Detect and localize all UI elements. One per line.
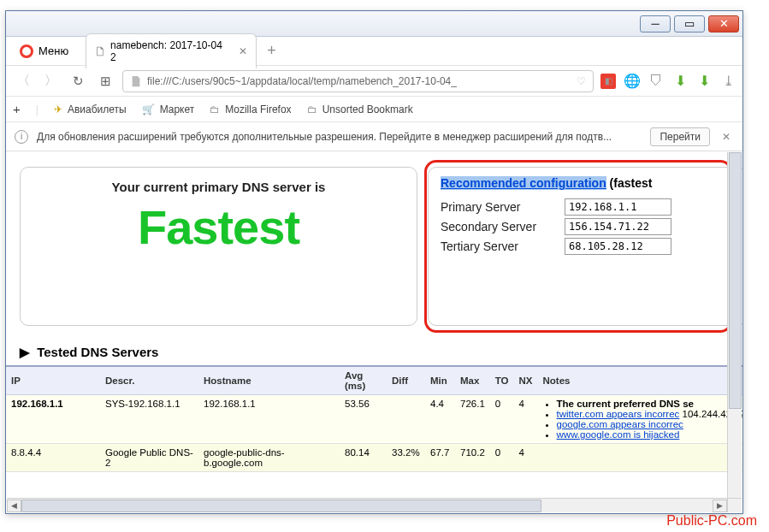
tab-title: namebench: 2017-10-04 2 (110, 39, 230, 63)
notification-go-button[interactable]: Перейти (650, 127, 710, 146)
folder-icon: 🗀 (210, 103, 220, 115)
bookmark-aviabilety[interactable]: ✈ Авиабилеты (54, 103, 127, 115)
cell-ip: 8.8.4.4 (6, 444, 100, 472)
col-to: TO (490, 366, 514, 395)
globe-icon[interactable]: 🌐 (624, 74, 640, 89)
scrollbar-thumb[interactable] (21, 499, 541, 512)
horizontal-scrollbar[interactable]: ◀ ▶ (7, 498, 727, 512)
adblock-icon[interactable]: ◧ (600, 74, 616, 89)
scrollbar-corner (727, 498, 742, 512)
opera-logo-icon (20, 44, 33, 58)
section-title: Tested DNS Servers (37, 345, 158, 359)
page-content: Your current primary DNS server is Faste… (6, 151, 742, 472)
cell-descr: SYS-192.168.1.1 (100, 395, 198, 444)
bookmark-mozilla[interactable]: 🗀 Mozilla Firefox (210, 103, 291, 115)
note-link[interactable]: twitter.com appears incorrec (557, 409, 680, 419)
bookmark-unsorted[interactable]: 🗀 Unsorted Bookmark (307, 103, 413, 115)
scroll-left-arrow[interactable]: ◀ (7, 499, 21, 512)
recommended-title: Recommended configuration (fastest (441, 176, 733, 190)
opera-menu-button[interactable]: Меню (11, 41, 77, 62)
speed-dial-button[interactable]: ⊞ (95, 71, 115, 92)
back-button[interactable]: 〈 (13, 71, 33, 92)
plane-icon: ✈ (54, 103, 62, 115)
notification-bar: i Для обновления расширений требуются до… (6, 122, 742, 151)
extension-icons: ◧ 🌐 ⛉ ⬇ ⬇ ⤓ (600, 74, 736, 89)
bookmark-heart-icon[interactable]: ♡ (577, 75, 586, 87)
file-icon (95, 46, 105, 56)
note-item: www.google.com is hijacked (557, 429, 742, 440)
config-label: Tertiary Server (441, 239, 565, 253)
tab-bar: Меню namebench: 2017-10-04 2 ✕ + (6, 37, 742, 66)
col-min: Min (425, 366, 455, 395)
title-highlighted: Recommended configuration (441, 176, 606, 190)
watermark: Public-PC.com (666, 513, 757, 529)
cell-max: 726.1 (455, 395, 490, 444)
add-bookmark-button[interactable]: + (13, 102, 21, 116)
config-table: Primary Server Secondary Server Tertiary… (441, 198, 733, 255)
address-bar[interactable]: file:///C:/users/90c5~1/appdata/local/te… (122, 70, 594, 92)
close-button[interactable]: ✕ (708, 15, 739, 33)
scroll-right-arrow[interactable]: ▶ (713, 499, 727, 512)
col-hostname: Hostname (198, 366, 340, 395)
status-value: Fastest (29, 199, 408, 255)
config-row-secondary: Secondary Server (441, 218, 733, 235)
cart-icon: 🛒 (142, 103, 155, 115)
download-tray-icon[interactable]: ⤓ (720, 74, 736, 89)
menu-label: Меню (38, 44, 68, 57)
address-bar-row: 〈 〉 ↻ ⊞ file:///C:/users/90c5~1/appdata/… (6, 66, 742, 97)
primary-server-input[interactable] (565, 198, 671, 216)
maximize-button[interactable]: ▭ (674, 15, 705, 33)
note-item: The current preferred DNS se (557, 399, 742, 409)
note-link[interactable]: www.google.com is hijacked (557, 429, 680, 440)
cell-max: 710.2 (455, 444, 490, 472)
note-item: google.com appears incorrec (557, 419, 742, 429)
config-row-tertiary: Tertiary Server (441, 238, 733, 255)
bookmark-label: Маркет (160, 103, 195, 115)
cell-notes: The current preferred DNS se twitter.com… (538, 395, 742, 444)
col-nx: NX (514, 366, 538, 395)
secondary-server-input[interactable] (565, 218, 671, 235)
tertiary-server-input[interactable] (565, 238, 671, 255)
browser-tab[interactable]: namebench: 2017-10-04 2 ✕ (86, 33, 257, 68)
new-tab-button[interactable]: + (262, 42, 281, 60)
notification-close-icon[interactable]: ✕ (719, 131, 734, 143)
col-ip: IP (6, 366, 100, 395)
forward-button[interactable]: 〉 (40, 71, 61, 92)
savefrom-icon[interactable]: ⬇ (696, 74, 712, 89)
cell-min: 4.4 (425, 395, 455, 444)
status-header: Your current primary DNS server is (29, 180, 408, 194)
minimize-button[interactable]: ─ (640, 15, 671, 33)
cell-min: 67.7 (425, 444, 455, 472)
col-descr: Descr. (100, 366, 198, 395)
cell-avg: 53.56 (340, 395, 387, 444)
scrollbar-thumb[interactable] (729, 152, 742, 409)
bookmark-market[interactable]: 🛒 Маркет (142, 103, 195, 115)
vertical-scrollbar[interactable] (727, 152, 742, 498)
cell-hostname: 192.168.1.1 (198, 395, 340, 444)
download-arrow-icon[interactable]: ⬇ (672, 74, 688, 89)
dns-results-table: IP Descr. Hostname Avg (ms) Diff Min Max… (6, 365, 742, 472)
info-icon: i (15, 130, 28, 144)
col-diff: Diff (387, 366, 425, 395)
notification-text: Для обновления расширений требуются допо… (37, 131, 642, 143)
shield-icon[interactable]: ⛉ (648, 74, 664, 89)
cell-avg: 80.14 (340, 444, 387, 472)
note-item: twitter.com appears incorrec 104.244.42.… (557, 409, 742, 419)
table-row: 192.168.1.1 SYS-192.168.1.1 192.168.1.1 … (6, 395, 742, 444)
address-text: file:///C:/users/90c5~1/appdata/local/te… (147, 75, 457, 87)
tested-servers-heading: ▶ Tested DNS Servers (20, 345, 742, 360)
title-tail: (fastest (606, 176, 653, 190)
reload-button[interactable]: ↻ (68, 71, 88, 92)
folder-icon: 🗀 (307, 103, 317, 115)
cell-nx: 4 (514, 444, 538, 472)
config-label: Secondary Server (441, 220, 565, 233)
table-row: 8.8.4.4 Google Public DNS-2 google-publi… (6, 444, 742, 472)
tab-close-icon[interactable]: ✕ (239, 45, 247, 57)
window-frame: ─ ▭ ✕ Меню namebench: 2017-10-04 2 ✕ + 〈… (5, 10, 743, 514)
cell-to: 0 (490, 395, 514, 444)
cell-hostname: google-public-dns-b.google.com (198, 444, 340, 472)
cell-diff (387, 395, 425, 444)
file-protocol-icon (130, 75, 142, 87)
col-notes: Notes (538, 366, 742, 395)
note-link[interactable]: google.com appears incorrec (557, 419, 683, 429)
